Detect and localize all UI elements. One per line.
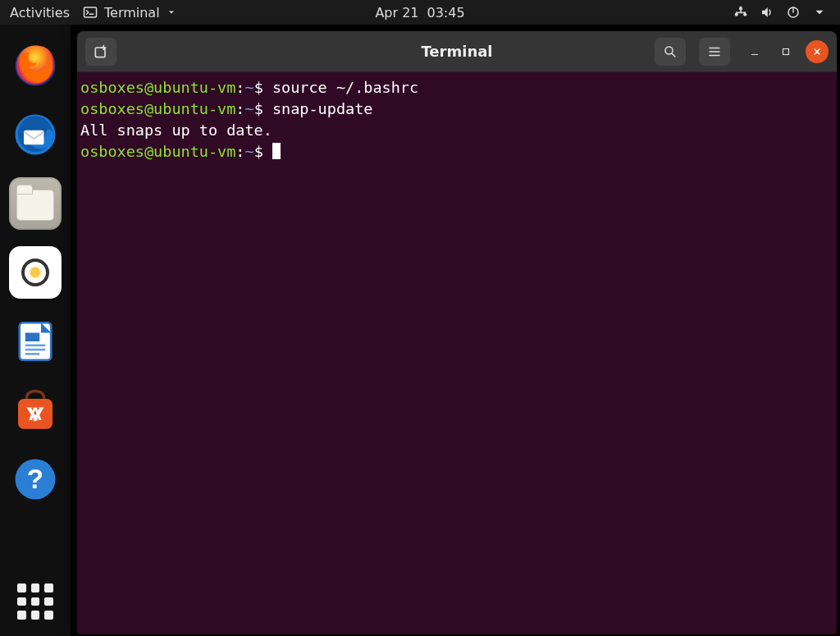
search-icon: [663, 44, 678, 59]
thunderbird-icon: [12, 112, 58, 158]
svg-point-18: [665, 47, 673, 54]
date-label: Apr 21: [375, 5, 418, 21]
new-tab-button[interactable]: [85, 38, 116, 66]
window-titlebar[interactable]: Terminal: [77, 31, 837, 72]
clock[interactable]: Apr 21 03:45: [375, 5, 464, 21]
dock-item-ubuntu-software[interactable]: A: [9, 384, 62, 437]
svg-rect-9: [25, 333, 40, 342]
svg-rect-0: [84, 7, 97, 17]
maximize-button[interactable]: [774, 40, 797, 63]
terminal-window: Terminal osboxes@ubuntu-vm:~$ source ~/.…: [77, 31, 837, 634]
window-title: Terminal: [421, 43, 492, 60]
terminal-icon: [83, 5, 98, 20]
system-status-area[interactable]: [733, 5, 832, 20]
shopping-bag-icon: A: [12, 387, 58, 433]
chevron-down-icon: [167, 7, 176, 17]
document-icon: [12, 318, 58, 364]
minimize-button[interactable]: [743, 40, 766, 63]
show-applications-button[interactable]: [17, 583, 53, 620]
close-icon: [811, 46, 823, 57]
svg-rect-7: [24, 130, 44, 145]
svg-rect-11: [25, 349, 46, 351]
dock: A ?: [0, 25, 71, 636]
volume-icon: [760, 5, 774, 20]
terminal-content[interactable]: osboxes@ubuntu-vm:~$ source ~/.bashrc os…: [77, 72, 837, 634]
search-button[interactable]: [655, 38, 686, 66]
menu-button[interactable]: [699, 38, 730, 66]
dock-item-files[interactable]: [9, 177, 62, 230]
power-icon: [786, 5, 801, 20]
svg-rect-19: [783, 48, 789, 54]
new-tab-icon: [93, 43, 109, 60]
dock-item-rhythmbox[interactable]: [9, 246, 62, 299]
close-button[interactable]: [806, 40, 829, 63]
hamburger-icon: [707, 44, 722, 59]
svg-text:A: A: [29, 403, 42, 424]
svg-rect-1: [740, 7, 742, 9]
dock-item-thunderbird[interactable]: [9, 108, 62, 161]
network-icon: [733, 5, 748, 20]
svg-rect-12: [25, 353, 40, 355]
speaker-icon: [21, 259, 49, 286]
top-panel: Activities Terminal Apr 21 03:45: [0, 0, 840, 25]
activities-button[interactable]: Activities: [8, 5, 75, 21]
help-icon: ?: [12, 456, 58, 502]
time-label: 03:45: [427, 5, 465, 21]
app-menu[interactable]: Terminal: [75, 5, 185, 21]
svg-text:?: ?: [27, 464, 43, 494]
chevron-down-icon: [812, 5, 827, 20]
firefox-icon: [12, 43, 58, 89]
svg-rect-10: [25, 345, 46, 347]
dock-item-firefox[interactable]: [9, 39, 62, 92]
app-menu-label: Terminal: [104, 5, 160, 21]
dock-item-libreoffice-writer[interactable]: [9, 315, 62, 368]
maximize-icon: [780, 46, 792, 57]
minimize-icon: [749, 46, 760, 57]
dock-item-help[interactable]: ?: [9, 453, 62, 506]
